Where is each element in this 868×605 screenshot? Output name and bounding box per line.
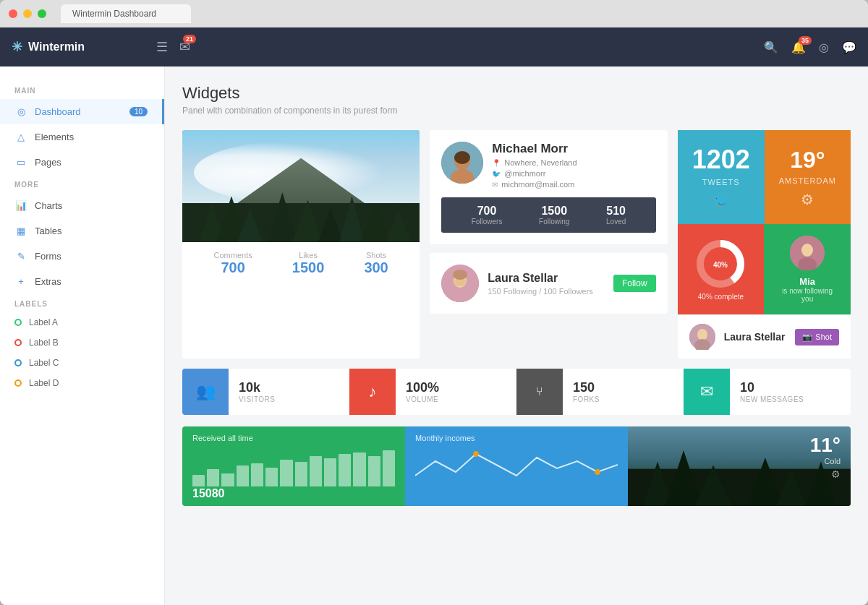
mia-name: Mia — [799, 276, 815, 287]
camera-icon: 📷 — [802, 332, 812, 342]
topbar-middle: ☰ ✉ 21 — [156, 39, 764, 55]
tweets-label: tweets — [702, 178, 740, 186]
sidebar-tables-label: Tables — [35, 226, 150, 236]
close-btn[interactable] — [9, 9, 17, 18]
search-icon[interactable]: 🔍 — [764, 40, 778, 54]
visitors-info: 10k VISITORS — [229, 380, 286, 403]
profile-location: 📍 Nowhere, Neverland 🐦 @michmorr ✉ michm — [492, 158, 576, 189]
sidebar-label-b[interactable]: Label B — [0, 332, 164, 353]
logo-icon: ✳ — [12, 39, 22, 55]
weather-info: 11° Cold ⚙ — [810, 434, 841, 480]
minimize-btn[interactable] — [23, 9, 32, 18]
mail-badge: 21 — [183, 35, 196, 43]
volume-info: 100% VOLUME — [396, 380, 449, 403]
sidebar-elements-label: Elements — [35, 132, 150, 142]
twitter-item: 🐦 @michmorr — [492, 169, 576, 178]
main-content: Widgets Panel with combination of compon… — [165, 66, 868, 605]
card-image — [182, 130, 420, 242]
app-name: Wintermin — [28, 40, 85, 53]
browser-titlebar: Wintermin Dashboard — [0, 0, 868, 27]
line-chart-svg — [415, 447, 618, 486]
hamburger-button[interactable]: ☰ — [156, 39, 168, 55]
bar-item — [368, 456, 380, 486]
volume-tile: ♪ 100% VOLUME — [349, 369, 516, 415]
tweets-tile: 1202 tweets 🐦 — [678, 130, 765, 224]
sidebar-item-dashboard[interactable]: ◎ Dashboard 10 — [0, 99, 164, 124]
sidebar-item-elements[interactable]: △ Elements — [0, 124, 164, 150]
svg-marker-2 — [237, 207, 263, 242]
sidebar-item-forms[interactable]: ✎ Forms — [0, 244, 164, 269]
forms-icon: ✎ — [14, 251, 27, 262]
twitter-tile-icon: 🐦 — [712, 192, 730, 210]
profile-icon[interactable]: ◎ — [819, 40, 829, 54]
svg-point-28 — [595, 469, 600, 475]
following-stat: 1500 Following — [539, 205, 569, 226]
browser-tab[interactable]: Wintermin Dashboard — [61, 4, 191, 23]
location-text: Nowhere, Neverland — [504, 158, 576, 167]
profile-stats-bar: 700 Followers 1500 Following 510 Loved — [441, 197, 655, 233]
bar-chart — [192, 447, 395, 486]
bottom-tile-row: 40% 40% complete Mia i — [678, 224, 851, 314]
weather-card: 11° Cold ⚙ — [628, 426, 851, 506]
forks-label: FORKS — [573, 395, 600, 403]
messages-label: NEW MESSAGES — [740, 395, 804, 403]
bar-item — [251, 463, 263, 486]
maximize-btn[interactable] — [38, 9, 46, 18]
followers-label: Followers — [472, 218, 503, 226]
chat-icon[interactable]: 💬 — [842, 40, 856, 54]
donut-tile: 40% 40% complete — [678, 224, 765, 314]
sidebar-item-extras[interactable]: + Extras — [0, 269, 164, 294]
bar-item — [339, 454, 351, 486]
sidebar-label-c[interactable]: Label C — [0, 353, 164, 373]
loved-value: 510 — [606, 205, 626, 218]
trees-svg — [182, 181, 420, 242]
label-d-text: Label D — [29, 378, 59, 388]
sidebar-label-d[interactable]: Label D — [0, 373, 164, 393]
svg-point-27 — [473, 451, 478, 457]
svg-point-25 — [697, 329, 707, 340]
visitors-tile: 👥 10k VISITORS — [182, 369, 349, 415]
svg-point-22 — [801, 244, 813, 257]
bar-item — [237, 465, 249, 486]
sidebar-item-charts[interactable]: 📊 Charts — [0, 193, 164, 218]
sidebar-main-label: MAIN — [0, 81, 164, 99]
monthly-chart: Monthly incomes — [405, 426, 628, 506]
shots-value: 300 — [364, 259, 388, 275]
card-stats: Comments 700 Likes 1500 Shots 300 — [182, 242, 420, 285]
location-item: 📍 Nowhere, Neverland — [492, 158, 576, 167]
received-chart: Received all time 15080 — [182, 426, 405, 506]
sidebar-item-tables[interactable]: ▦ Tables — [0, 218, 164, 244]
mia-avatar-svg — [790, 236, 825, 270]
bar-item — [295, 462, 307, 486]
notifications-icon[interactable]: 🔔 35 — [791, 40, 806, 54]
bar-item — [265, 468, 278, 486]
profile-header: Michael Morr 📍 Nowhere, Neverland 🐦 @mic… — [441, 142, 655, 189]
loved-label: Loved — [606, 218, 626, 226]
label-b-dot — [14, 339, 22, 346]
dashboard-badge: 10 — [129, 107, 148, 116]
loved-stat: 510 Loved — [606, 205, 626, 226]
bar-item — [310, 456, 322, 486]
mail-button[interactable]: ✉ 21 — [179, 39, 190, 55]
svg-marker-7 — [360, 204, 391, 242]
shot-button[interactable]: 📷 Shot — [795, 329, 839, 346]
follow-avatar — [441, 265, 479, 302]
ga-avatar — [790, 236, 825, 270]
following-label: Following — [539, 218, 569, 226]
sidebar-label-a[interactable]: Label A — [0, 312, 164, 332]
follow-button[interactable]: Follow — [613, 275, 656, 292]
gear-icon: ⚙ — [801, 191, 814, 208]
laura-avatar — [689, 324, 715, 350]
topbar-right: 🔍 🔔 35 ◎ 💬 — [764, 40, 856, 54]
profile-avatar — [441, 142, 483, 184]
weather-city: Cold — [810, 457, 841, 465]
follow-card: Laura Stellar 150 Following / 100 Follow… — [430, 253, 667, 314]
location-icon: 📍 — [492, 159, 501, 167]
email-text: michmorr@mail.com — [501, 180, 574, 189]
donut-chart: 40% — [694, 238, 746, 290]
extras-icon: + — [14, 276, 27, 287]
page-title: Widgets — [182, 84, 851, 103]
sidebar-item-pages[interactable]: ▭ Pages — [0, 150, 164, 175]
follow-name: Laura Stellar — [488, 272, 605, 285]
bar-item — [353, 452, 365, 486]
